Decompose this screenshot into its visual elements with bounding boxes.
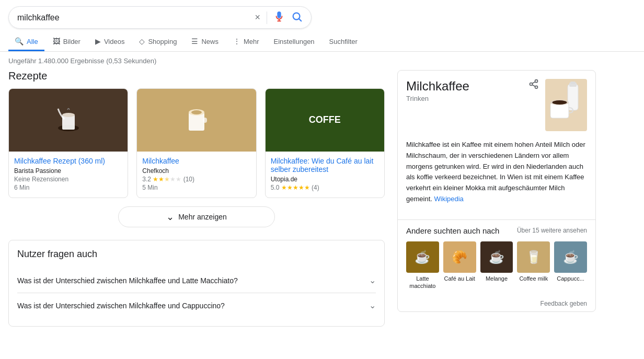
- andere-card-latte[interactable]: ☕ Latte macchiato: [406, 241, 439, 290]
- recipe-card-2-rating: 3.2 ★★★★★ (10): [142, 176, 250, 183]
- tab-bilder[interactable]: 🖼 Bilder: [47, 33, 87, 51]
- faq-item-2[interactable]: Was ist der Unterschied zwischen Milchka…: [17, 293, 376, 318]
- andere-section: Andere suchten auch nach Über 15 weitere…: [398, 219, 595, 296]
- recipe-card-1-body: Milchkaffee Rezept (360 ml) Barista Pass…: [9, 152, 128, 196]
- recipe-card-1-title[interactable]: Milchkaffee Rezept (360 ml): [14, 157, 122, 165]
- rating-count-3: (4): [312, 184, 319, 191]
- andere-card-melange-img: ☕: [480, 241, 513, 273]
- mic-icon[interactable]: [273, 11, 285, 24]
- search-button[interactable]: [291, 11, 303, 24]
- recipe-card-3-source: Utopia.de: [271, 176, 379, 183]
- kp-header: Milchkaffee Trinken: [398, 71, 595, 140]
- kp-image: [545, 79, 587, 131]
- clear-icon[interactable]: ×: [255, 12, 260, 23]
- stars-half-2: ★: [164, 176, 170, 183]
- andere-card-cappuccino[interactable]: ☕ Cappucc...: [554, 241, 587, 290]
- kp-body: Milchkaffee ist ein Kaffee mit einem hoh…: [398, 140, 595, 219]
- tab-suchfilter[interactable]: Suchfilter: [323, 33, 364, 51]
- tab-news-label: News: [201, 38, 218, 45]
- svg-point-7: [191, 110, 202, 114]
- search-input[interactable]: [17, 13, 250, 22]
- rezepte-title: Rezepte: [8, 70, 385, 82]
- search-bar-container: ×: [0, 0, 644, 29]
- search-bar-icons: ×: [255, 11, 303, 24]
- andere-card-coffeemilk[interactable]: 🥛 Coffee milk: [517, 241, 550, 290]
- nav-tabs: 🔍 Alle 🖼 Bilder ▶ Videos ◇ Shopping ☰ Ne…: [0, 29, 644, 52]
- recipe-card-2-title[interactable]: Milchkaffee: [142, 157, 250, 165]
- andere-card-cappuccino-img: ☕: [554, 241, 587, 273]
- tab-news[interactable]: ☰ News: [185, 33, 225, 51]
- tab-mehr-label: Mehr: [244, 38, 259, 45]
- svg-line-13: [532, 82, 535, 83]
- kp-subtitle: Trinken: [406, 95, 522, 102]
- andere-cards: ☕ Latte macchiato 🥐 Café au Lait ☕ Melan…: [406, 241, 587, 290]
- andere-card-cafe-img: 🥐: [443, 241, 476, 273]
- recipe-card-2[interactable]: Milchkaffee Chefkoch 3.2 ★★★★★ (10) 5 Mi…: [136, 88, 256, 198]
- news-icon: ☰: [191, 37, 198, 45]
- faq-chevron-1: ⌄: [369, 275, 376, 285]
- svg-rect-15: [568, 84, 578, 110]
- tab-alle-label: Alle: [27, 38, 38, 45]
- tab-alle[interactable]: 🔍 Alle: [8, 33, 44, 51]
- feedback-text[interactable]: Feedback geben: [398, 296, 595, 311]
- recipe-card-2-source: Chefkoch: [142, 167, 250, 175]
- recipe-card-2-image: [137, 89, 256, 152]
- bilder-icon: 🖼: [53, 37, 60, 45]
- recipe-card-3-body: Milchkaffee: Wie du Café au lait selber …: [266, 152, 384, 198]
- recipe-card-1-image: [9, 89, 128, 152]
- svg-rect-3: [62, 115, 75, 130]
- tab-videos-label: Videos: [104, 38, 125, 45]
- videos-icon: ▶: [95, 37, 101, 45]
- andere-mehr-button[interactable]: Über 15 weitere ansehen: [517, 227, 587, 234]
- svg-line-12: [532, 85, 535, 86]
- recipe-card-3-img-text: COFFE: [309, 114, 341, 126]
- recipe-card-3-rating: 5.0 ★★★★★ (4): [271, 184, 379, 191]
- recipe-card-2-body: Milchkaffee Chefkoch 3.2 ★★★★★ (10) 5 Mi…: [137, 152, 256, 196]
- rating-value-2: 3.2: [142, 176, 153, 183]
- andere-card-latte-label: Latte macchiato: [406, 275, 439, 290]
- svg-line-1: [299, 19, 301, 21]
- recipe-card-1-time: 6 Min: [14, 184, 122, 191]
- svg-point-9: [535, 80, 538, 83]
- recipe-card-3-title[interactable]: Milchkaffee: Wie du Café au lait selber …: [271, 157, 379, 173]
- tab-shopping[interactable]: ◇ Shopping: [133, 33, 183, 51]
- tab-videos[interactable]: ▶ Videos: [89, 33, 131, 51]
- svg-rect-17: [570, 82, 576, 84]
- main-layout: Rezepte Milchkaffee Rezept (360 ml): [0, 70, 644, 327]
- recipe-card-1-source: Barista Passione: [14, 167, 122, 175]
- svg-point-10: [530, 83, 533, 86]
- faq-question-2: Was ist der Unterschied zwischen Milchka…: [17, 302, 225, 310]
- divider: [267, 11, 267, 24]
- recipe-card-1-reviews: Keine Rezensionen: [14, 176, 122, 183]
- stars-filled-3: ★★★★★: [281, 184, 310, 191]
- chevron-down-icon: ⌄: [166, 211, 174, 223]
- wikipedia-link[interactable]: Wikipedia: [434, 195, 464, 203]
- svg-point-20: [553, 100, 567, 105]
- recipe-cards: Milchkaffee Rezept (360 ml) Barista Pass…: [8, 88, 385, 198]
- mehr-label: Mehr anzeigen: [178, 213, 227, 221]
- andere-card-cafe-label: Café au Lait: [443, 275, 476, 282]
- tab-mehr[interactable]: ⋮ Mehr: [227, 33, 266, 51]
- faq-item-1[interactable]: Was ist der Unterschied zwischen Milchka…: [17, 268, 376, 293]
- andere-card-coffeemilk-img: 🥛: [517, 241, 550, 273]
- kp-title: Milchkaffee: [406, 79, 522, 94]
- shopping-icon: ◇: [139, 37, 145, 45]
- knowledge-panel: Milchkaffee Trinken: [397, 70, 596, 312]
- tab-einstellungen[interactable]: Einstellungen: [268, 33, 321, 51]
- recipe-card-1[interactable]: Milchkaffee Rezept (360 ml) Barista Pass…: [8, 88, 128, 198]
- faq-chevron-2: ⌄: [369, 300, 376, 310]
- right-column: Milchkaffee Trinken: [397, 70, 596, 327]
- mehr-icon: ⋮: [233, 37, 240, 45]
- andere-title: Andere suchten auch nach: [406, 226, 499, 235]
- andere-card-melange[interactable]: ☕ Melange: [480, 241, 513, 290]
- share-icon[interactable]: [528, 79, 539, 92]
- andere-card-cappuccino-label: Cappucc...: [554, 275, 587, 282]
- recipe-card-3[interactable]: COFFE Milchkaffee: Wie du Café au lait s…: [265, 88, 385, 198]
- tab-shopping-label: Shopping: [148, 38, 177, 45]
- andere-card-latte-img: ☕: [406, 241, 439, 273]
- andere-card-cafe[interactable]: 🥐 Café au Lait: [443, 241, 476, 290]
- search-bar: ×: [8, 6, 312, 29]
- left-column: Rezepte Milchkaffee Rezept (360 ml): [8, 70, 385, 327]
- tab-bilder-label: Bilder: [63, 38, 80, 45]
- mehr-anzeigen-button[interactable]: ⌄ Mehr anzeigen: [118, 206, 275, 227]
